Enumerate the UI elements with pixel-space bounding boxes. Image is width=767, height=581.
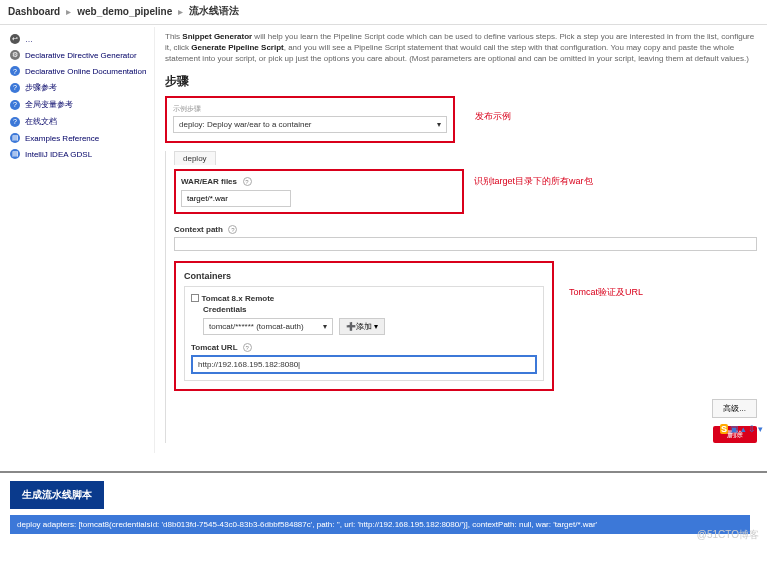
sidebar: ↩… ⚙Declarative Directive Generator ?Dec… bbox=[0, 27, 155, 453]
share-icon[interactable]: S bbox=[720, 424, 728, 434]
war-files-box: WAR/EAR files ? bbox=[174, 169, 464, 214]
sidebar-item-directive-generator[interactable]: ⚙Declarative Directive Generator bbox=[6, 47, 154, 63]
add-credentials-button[interactable]: ➕添加 ▾ bbox=[339, 318, 385, 335]
sidebar-item-online-docs[interactable]: ?在线文档 bbox=[6, 113, 154, 130]
containers-label: Containers bbox=[184, 271, 544, 281]
help-icon: ? bbox=[10, 66, 20, 76]
gear-icon: ⚙ bbox=[10, 50, 20, 60]
sidebar-item-online-documentation[interactable]: ?Declarative Online Documentation bbox=[6, 63, 154, 79]
misc-icon[interactable]: ▾ bbox=[758, 424, 763, 434]
step-dropdown[interactable]: deploy: Deploy war/ear to a container ▾ bbox=[173, 116, 447, 133]
intro-text: This Snippet Generator will help you lea… bbox=[165, 31, 757, 65]
breadcrumb-page[interactable]: 流水线语法 bbox=[189, 4, 239, 18]
back-icon: ↩ bbox=[10, 34, 20, 44]
pipeline-script-result[interactable]: deploy adapters: [tomcat8(credentialsId:… bbox=[10, 515, 750, 534]
advanced-button[interactable]: 高级... bbox=[712, 399, 757, 418]
help-icon: ? bbox=[10, 83, 20, 93]
section-steps-title: 步骤 bbox=[165, 73, 757, 90]
chevron-right-icon: ▸ bbox=[178, 6, 183, 17]
help-icon: ? bbox=[10, 100, 20, 110]
help-icon[interactable]: ? bbox=[228, 225, 237, 234]
sidebar-item-examples[interactable]: ▤Examples Reference bbox=[6, 130, 154, 146]
step-select-box: 示例步骤 deploy: Deploy war/ear to a contain… bbox=[165, 96, 455, 143]
annotation-tomcat: Tomcat验证及URL bbox=[569, 286, 643, 299]
context-path-label: Context path bbox=[174, 225, 223, 234]
annotation-step: 发布示例 bbox=[475, 110, 511, 123]
breadcrumb: Dashboard ▸ web_demo_pipeline ▸ 流水线语法 bbox=[0, 0, 767, 22]
misc-icon[interactable]: ▣ bbox=[730, 424, 739, 434]
war-files-label: WAR/EAR files bbox=[181, 177, 237, 186]
generate-pipeline-button[interactable]: 生成流水线脚本 bbox=[10, 481, 104, 509]
help-icon[interactable]: ? bbox=[243, 177, 252, 186]
deploy-tab[interactable]: deploy bbox=[174, 151, 216, 165]
sidebar-item-intellij-gdsl[interactable]: ▤IntelliJ IDEA GDSL bbox=[6, 146, 154, 162]
tomcat-url-input[interactable] bbox=[191, 355, 537, 374]
chevron-down-icon: ▾ bbox=[437, 120, 441, 129]
chevron-right-icon: ▸ bbox=[66, 6, 71, 17]
context-path-input[interactable] bbox=[174, 237, 757, 251]
tomcat-title: Tomcat 8.x Remote bbox=[202, 294, 275, 303]
drag-handle-icon[interactable] bbox=[191, 294, 199, 302]
sidebar-item-back[interactable]: ↩… bbox=[6, 31, 154, 47]
sidebar-item-global-vars[interactable]: ?全局变量参考 bbox=[6, 96, 154, 113]
breadcrumb-root[interactable]: Dashboard bbox=[8, 6, 60, 17]
credentials-dropdown[interactable]: tomcat/****** (tomcat-auth) ▾ bbox=[203, 318, 333, 335]
watermark: @51CTO博客 bbox=[697, 528, 759, 542]
war-files-input[interactable] bbox=[181, 190, 291, 207]
document-icon: ▤ bbox=[10, 149, 20, 159]
step-selected-label: deploy: Deploy war/ear to a container bbox=[179, 120, 312, 129]
annotation-war: 识别target目录下的所有war包 bbox=[474, 175, 593, 188]
misc-icon[interactable]: ⇩ bbox=[748, 424, 756, 434]
document-icon: ▤ bbox=[10, 133, 20, 143]
containers-box: Containers Tomcat 8.x Remote Credentials… bbox=[174, 261, 554, 391]
step-hint: 示例步骤 bbox=[167, 104, 453, 114]
misc-icon[interactable]: ▴ bbox=[741, 424, 746, 434]
chevron-down-icon: ▾ bbox=[323, 322, 327, 331]
tomcat-url-label: Tomcat URL ? bbox=[191, 343, 537, 352]
breadcrumb-project[interactable]: web_demo_pipeline bbox=[77, 6, 172, 17]
share-icons[interactable]: S▣▴⇩▾ bbox=[720, 424, 763, 434]
sidebar-item-step-reference[interactable]: ?步骤参考 bbox=[6, 79, 154, 96]
help-icon[interactable]: ? bbox=[243, 343, 252, 352]
help-icon: ? bbox=[10, 117, 20, 127]
credentials-label: Credentials bbox=[203, 305, 537, 314]
